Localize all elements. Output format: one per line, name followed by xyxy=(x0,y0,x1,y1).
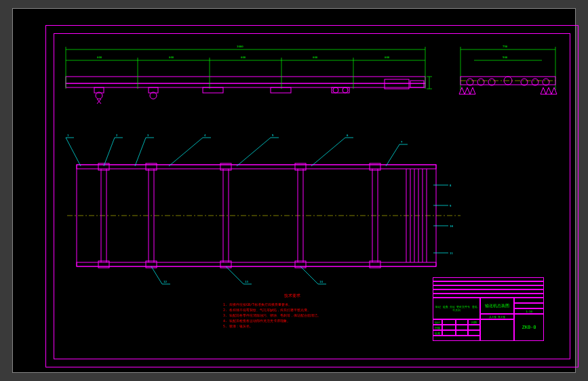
svg-line-79 xyxy=(135,138,146,166)
svg-text:8: 8 xyxy=(450,184,452,187)
svg-text:1: 1 xyxy=(67,134,69,137)
svg-text:10: 10 xyxy=(450,224,453,228)
svg-rect-21 xyxy=(203,87,223,93)
svg-line-104 xyxy=(151,266,162,284)
svg-text:9: 9 xyxy=(450,204,452,207)
svg-line-87 xyxy=(386,144,399,166)
svg-text:13: 13 xyxy=(245,280,248,283)
svg-rect-47 xyxy=(77,262,436,266)
svg-line-108 xyxy=(300,266,318,284)
note-line: 2. 各焊缝不得有裂纹、气孔等缺陷，焊后打磨平整光滑。 xyxy=(223,307,321,313)
svg-text:14: 14 xyxy=(319,280,323,283)
cad-canvas: 3000 600 600 600 600 600 xyxy=(12,8,576,373)
tb-drawing-no: ZK0-0 xyxy=(514,314,544,341)
svg-text:3: 3 xyxy=(147,134,149,137)
svg-text:2: 2 xyxy=(116,134,118,137)
title-block: 标记 处数 分区 更改文件号 签名 年月日 输送机总装图 1:10 共1张 第1… xyxy=(433,277,544,341)
technical-notes: 技术要求 1. 焊接件应按GB/T标准执行焊接质量要求。 2. 各焊缝不得有裂纹… xyxy=(223,292,321,329)
svg-line-85 xyxy=(311,138,345,166)
svg-text:600: 600 xyxy=(313,56,318,59)
svg-line-75 xyxy=(66,138,81,166)
note-line: 5. 喷漆：银灰色。 xyxy=(223,323,321,329)
note-line: 3. 装配前各零件应清除油污、锈蚀、毛刺等，保证配合面清洁。 xyxy=(223,313,321,318)
plan-view: 1 2 3 4 5 6 7 8 9 10 11 12 xyxy=(66,134,460,284)
tb-material xyxy=(514,298,544,303)
notes-title: 技术要求 xyxy=(264,292,321,299)
dim-side-width: 750 xyxy=(503,45,508,48)
tb-checked: 审核 xyxy=(433,325,442,330)
svg-rect-0 xyxy=(66,77,425,83)
tb-approved: 批准 xyxy=(433,330,442,336)
tb-mass xyxy=(514,303,544,308)
svg-text:5: 5 xyxy=(272,134,274,137)
svg-text:12: 12 xyxy=(163,280,167,283)
svg-point-24 xyxy=(333,87,338,93)
svg-text:500: 500 xyxy=(503,56,508,59)
svg-line-83 xyxy=(237,138,271,166)
svg-point-25 xyxy=(342,87,348,93)
note-line: 1. 焊接件应按GB/T标准执行焊接质量要求。 xyxy=(223,302,321,307)
svg-text:600: 600 xyxy=(385,56,390,59)
svg-line-77 xyxy=(104,138,115,166)
svg-text:6: 6 xyxy=(347,134,349,137)
svg-rect-22 xyxy=(271,87,291,93)
svg-text:7: 7 xyxy=(401,140,403,144)
svg-text:11: 11 xyxy=(450,252,453,255)
svg-text:600: 600 xyxy=(97,56,102,59)
dim-overall: 3000 xyxy=(237,45,243,48)
svg-rect-1 xyxy=(66,83,425,87)
tb-designed: 设计 xyxy=(433,319,442,325)
svg-text:600: 600 xyxy=(169,56,174,59)
tb-scale: 1:10 xyxy=(514,308,544,314)
svg-line-106 xyxy=(226,266,243,284)
svg-text:4: 4 xyxy=(204,134,206,137)
svg-text:600: 600 xyxy=(241,56,246,59)
tb-stage: 标记 处数 分区 更改文件号 签名 年月日 xyxy=(433,298,480,319)
tb-date: 日期 xyxy=(468,319,480,325)
svg-rect-27 xyxy=(410,81,424,87)
svg-line-81 xyxy=(169,138,203,166)
tb-sheet: 共1张 第1张 xyxy=(480,314,514,319)
side-elevation-view: 750 500 xyxy=(459,45,557,94)
tb-company xyxy=(480,319,514,341)
note-line: 4. 装配后检查各运动部件灵活无卡滞现象。 xyxy=(223,318,321,323)
top-elevation-view: 3000 600 600 600 600 600 xyxy=(66,45,432,104)
svg-rect-46 xyxy=(77,165,436,169)
tb-project: 输送机总装图 xyxy=(480,298,514,314)
